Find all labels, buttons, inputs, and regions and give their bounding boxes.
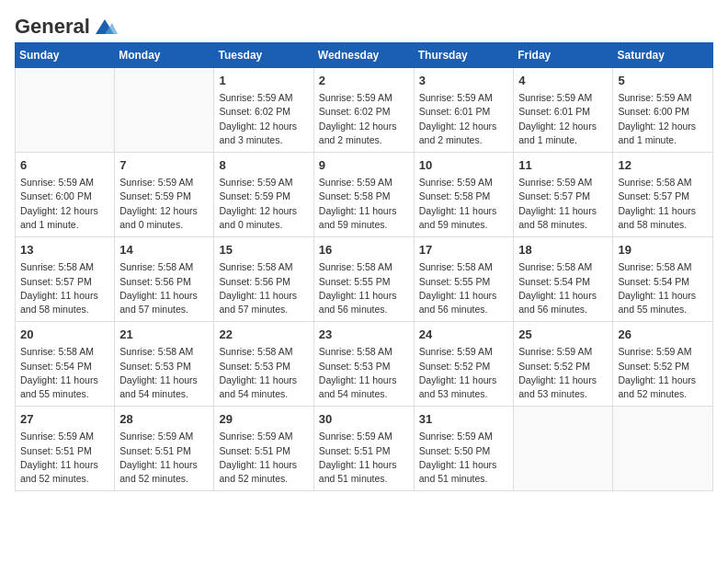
calendar-cell: 5Sunrise: 5:59 AM Sunset: 6:00 PM Daylig… <box>613 68 713 153</box>
calendar-cell: 21Sunrise: 5:58 AM Sunset: 5:53 PM Dayli… <box>115 322 214 407</box>
calendar-cell: 10Sunrise: 5:59 AM Sunset: 5:58 PM Dayli… <box>414 153 514 237</box>
day-info: Sunrise: 5:58 AM Sunset: 5:55 PM Dayligh… <box>419 260 509 316</box>
day-info: Sunrise: 5:58 AM Sunset: 5:56 PM Dayligh… <box>219 260 308 316</box>
day-number: 17 <box>419 242 509 259</box>
day-info: Sunrise: 5:59 AM Sunset: 5:57 PM Dayligh… <box>518 176 608 232</box>
calendar-cell <box>16 68 115 153</box>
day-number: 22 <box>219 327 308 343</box>
calendar-cell: 19Sunrise: 5:58 AM Sunset: 5:54 PM Dayli… <box>613 237 713 322</box>
day-info: Sunrise: 5:58 AM Sunset: 5:54 PM Dayligh… <box>518 260 608 316</box>
calendar-cell: 8Sunrise: 5:59 AM Sunset: 5:59 PM Daylig… <box>214 153 313 237</box>
day-number: 29 <box>219 411 308 428</box>
day-number: 25 <box>518 327 608 343</box>
day-number: 28 <box>119 411 209 428</box>
calendar-cell: 9Sunrise: 5:59 AM Sunset: 5:58 PM Daylig… <box>313 153 414 237</box>
calendar-week-row: 13Sunrise: 5:58 AM Sunset: 5:57 PM Dayli… <box>16 237 713 322</box>
weekday-header: Tuesday <box>214 43 313 68</box>
day-info: Sunrise: 5:58 AM Sunset: 5:57 PM Dayligh… <box>20 260 109 316</box>
calendar-week-row: 20Sunrise: 5:58 AM Sunset: 5:54 PM Dayli… <box>16 322 713 407</box>
day-info: Sunrise: 5:59 AM Sunset: 6:00 PM Dayligh… <box>618 91 708 147</box>
weekday-header: Friday <box>514 43 613 68</box>
calendar-cell: 1Sunrise: 5:59 AM Sunset: 6:02 PM Daylig… <box>214 68 313 153</box>
day-info: Sunrise: 5:59 AM Sunset: 6:01 PM Dayligh… <box>419 91 509 147</box>
day-info: Sunrise: 5:59 AM Sunset: 5:58 PM Dayligh… <box>319 176 409 232</box>
day-number: 11 <box>518 157 608 174</box>
day-number: 6 <box>20 157 109 174</box>
day-number: 16 <box>319 242 409 259</box>
day-info: Sunrise: 5:59 AM Sunset: 5:58 PM Dayligh… <box>419 176 509 232</box>
day-info: Sunrise: 5:59 AM Sunset: 6:02 PM Dayligh… <box>319 91 409 147</box>
weekday-header: Thursday <box>414 43 514 68</box>
day-info: Sunrise: 5:58 AM Sunset: 5:53 PM Dayligh… <box>119 345 209 401</box>
day-info: Sunrise: 5:58 AM Sunset: 5:56 PM Dayligh… <box>119 260 209 316</box>
day-number: 1 <box>219 73 308 89</box>
day-number: 3 <box>419 73 509 89</box>
day-info: Sunrise: 5:59 AM Sunset: 6:01 PM Dayligh… <box>518 91 608 147</box>
weekday-header: Wednesday <box>313 43 414 68</box>
calendar-cell: 7Sunrise: 5:59 AM Sunset: 5:59 PM Daylig… <box>115 153 214 237</box>
day-number: 2 <box>319 73 409 89</box>
header: General <box>15 15 713 33</box>
day-info: Sunrise: 5:58 AM Sunset: 5:53 PM Dayligh… <box>319 345 409 401</box>
calendar-cell: 24Sunrise: 5:59 AM Sunset: 5:52 PM Dayli… <box>414 322 514 407</box>
logo: General <box>15 15 118 33</box>
day-number: 13 <box>20 242 109 259</box>
day-info: Sunrise: 5:59 AM Sunset: 5:52 PM Dayligh… <box>618 345 708 401</box>
day-info: Sunrise: 5:59 AM Sunset: 5:50 PM Dayligh… <box>419 430 509 486</box>
day-info: Sunrise: 5:58 AM Sunset: 5:54 PM Dayligh… <box>20 345 109 401</box>
day-number: 7 <box>119 157 209 174</box>
day-number: 31 <box>419 411 509 428</box>
day-info: Sunrise: 5:58 AM Sunset: 5:57 PM Dayligh… <box>618 176 708 232</box>
day-number: 15 <box>219 242 308 259</box>
day-info: Sunrise: 5:59 AM Sunset: 5:59 PM Dayligh… <box>119 176 209 232</box>
calendar-cell <box>613 407 713 491</box>
day-number: 5 <box>618 73 708 89</box>
calendar-cell: 13Sunrise: 5:58 AM Sunset: 5:57 PM Dayli… <box>16 237 115 322</box>
calendar-cell: 15Sunrise: 5:58 AM Sunset: 5:56 PM Dayli… <box>214 237 313 322</box>
day-number: 10 <box>419 157 509 174</box>
calendar-cell <box>514 407 613 491</box>
calendar-cell: 4Sunrise: 5:59 AM Sunset: 6:01 PM Daylig… <box>514 68 613 153</box>
calendar-cell: 30Sunrise: 5:59 AM Sunset: 5:51 PM Dayli… <box>313 407 414 491</box>
calendar-cell <box>115 68 214 153</box>
calendar-cell: 25Sunrise: 5:59 AM Sunset: 5:52 PM Dayli… <box>514 322 613 407</box>
calendar-cell: 29Sunrise: 5:59 AM Sunset: 5:51 PM Dayli… <box>214 407 313 491</box>
day-info: Sunrise: 5:59 AM Sunset: 5:51 PM Dayligh… <box>219 430 308 486</box>
logo-general: General <box>15 15 90 39</box>
day-number: 14 <box>119 242 209 259</box>
day-number: 9 <box>319 157 409 174</box>
day-info: Sunrise: 5:59 AM Sunset: 5:51 PM Dayligh… <box>20 430 109 486</box>
day-number: 30 <box>319 411 409 428</box>
day-number: 27 <box>20 411 109 428</box>
calendar: SundayMondayTuesdayWednesdayThursdayFrid… <box>15 42 713 491</box>
day-number: 24 <box>419 327 509 343</box>
day-info: Sunrise: 5:58 AM Sunset: 5:53 PM Dayligh… <box>219 345 308 401</box>
weekday-header: Saturday <box>613 43 713 68</box>
day-number: 20 <box>20 327 109 343</box>
calendar-cell: 28Sunrise: 5:59 AM Sunset: 5:51 PM Dayli… <box>115 407 214 491</box>
calendar-cell: 27Sunrise: 5:59 AM Sunset: 5:51 PM Dayli… <box>16 407 115 491</box>
calendar-cell: 16Sunrise: 5:58 AM Sunset: 5:55 PM Dayli… <box>313 237 414 322</box>
calendar-cell: 11Sunrise: 5:59 AM Sunset: 5:57 PM Dayli… <box>514 153 613 237</box>
day-number: 4 <box>518 73 608 89</box>
day-info: Sunrise: 5:58 AM Sunset: 5:55 PM Dayligh… <box>319 260 409 316</box>
calendar-week-row: 6Sunrise: 5:59 AM Sunset: 6:00 PM Daylig… <box>16 153 713 237</box>
day-number: 21 <box>119 327 209 343</box>
calendar-cell: 2Sunrise: 5:59 AM Sunset: 6:02 PM Daylig… <box>313 68 414 153</box>
day-info: Sunrise: 5:59 AM Sunset: 5:52 PM Dayligh… <box>419 345 509 401</box>
calendar-cell: 23Sunrise: 5:58 AM Sunset: 5:53 PM Dayli… <box>313 322 414 407</box>
day-info: Sunrise: 5:59 AM Sunset: 6:02 PM Dayligh… <box>219 91 308 147</box>
day-number: 12 <box>618 157 708 174</box>
day-info: Sunrise: 5:58 AM Sunset: 5:54 PM Dayligh… <box>618 260 708 316</box>
calendar-cell: 18Sunrise: 5:58 AM Sunset: 5:54 PM Dayli… <box>514 237 613 322</box>
calendar-week-row: 1Sunrise: 5:59 AM Sunset: 6:02 PM Daylig… <box>16 68 713 153</box>
calendar-header-row: SundayMondayTuesdayWednesdayThursdayFrid… <box>16 43 713 68</box>
calendar-cell: 3Sunrise: 5:59 AM Sunset: 6:01 PM Daylig… <box>414 68 514 153</box>
day-info: Sunrise: 5:59 AM Sunset: 5:51 PM Dayligh… <box>119 430 209 486</box>
calendar-cell: 12Sunrise: 5:58 AM Sunset: 5:57 PM Dayli… <box>613 153 713 237</box>
day-number: 19 <box>618 242 708 259</box>
calendar-cell: 14Sunrise: 5:58 AM Sunset: 5:56 PM Dayli… <box>115 237 214 322</box>
day-info: Sunrise: 5:59 AM Sunset: 5:59 PM Dayligh… <box>219 176 308 232</box>
day-info: Sunrise: 5:59 AM Sunset: 5:52 PM Dayligh… <box>518 345 608 401</box>
calendar-cell: 20Sunrise: 5:58 AM Sunset: 5:54 PM Dayli… <box>16 322 115 407</box>
